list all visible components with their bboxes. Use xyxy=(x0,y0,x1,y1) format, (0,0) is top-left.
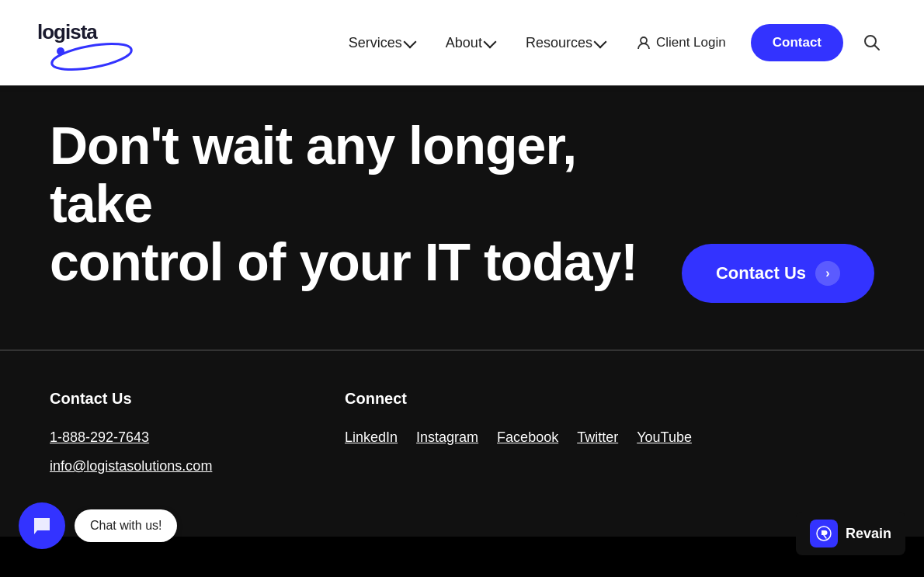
footer-connect-title: Connect xyxy=(345,390,692,408)
nav-resources[interactable]: Resources xyxy=(513,29,617,57)
social-link-youtube[interactable]: YouTube xyxy=(637,429,692,446)
footer-contact-title: Contact Us xyxy=(50,390,283,408)
nav-client-login[interactable]: Client Login xyxy=(624,29,738,57)
main-nav: Services About Resources Client Login Co… xyxy=(336,24,887,61)
svg-point-1 xyxy=(50,39,133,72)
search-button[interactable] xyxy=(856,26,887,60)
social-link-facebook[interactable]: Facebook xyxy=(497,429,558,446)
svg-line-5 xyxy=(875,45,880,50)
contact-us-container: Contact Us › xyxy=(682,213,874,303)
revain-icon xyxy=(810,520,838,547)
nav-services[interactable]: Services xyxy=(336,29,427,57)
revain-logo-icon xyxy=(815,525,832,542)
arrow-circle-icon: › xyxy=(815,261,840,286)
svg-line-7 xyxy=(824,535,826,538)
footer-email[interactable]: info@logistasolutions.com xyxy=(50,458,283,474)
revain-label: Revain xyxy=(846,526,891,542)
chat-label[interactable]: Chat with us! xyxy=(75,509,177,542)
social-link-instagram[interactable]: Instagram xyxy=(416,429,478,446)
svg-point-2 xyxy=(57,47,64,55)
social-link-linkedin[interactable]: LinkedIn xyxy=(345,429,398,446)
services-chevron-icon xyxy=(403,35,416,48)
social-link-twitter[interactable]: Twitter xyxy=(577,429,618,446)
user-icon xyxy=(636,35,651,50)
hero-headline: Don't wait any longer, take control of y… xyxy=(50,116,640,290)
chat-icon xyxy=(31,515,53,537)
logo[interactable]: logista xyxy=(37,14,146,72)
site-header: logista Services About Resources Client … xyxy=(0,0,924,85)
footer-connect-section: Connect LinkedInInstagramFacebookTwitter… xyxy=(345,390,692,474)
search-icon xyxy=(862,33,881,51)
revain-badge[interactable]: Revain xyxy=(796,512,905,555)
about-chevron-icon xyxy=(483,35,496,48)
nav-about[interactable]: About xyxy=(433,29,507,57)
contact-button[interactable]: Contact xyxy=(751,24,843,61)
footer-phone[interactable]: 1-888-292-7643 xyxy=(50,429,283,446)
social-links: LinkedInInstagramFacebookTwitterYouTube xyxy=(345,429,692,446)
contact-us-button[interactable]: Contact Us › xyxy=(682,244,874,303)
chat-container: Chat with us! xyxy=(19,502,177,549)
svg-point-3 xyxy=(641,37,647,43)
chat-bubble-button[interactable] xyxy=(19,502,65,549)
footer-contact-section: Contact Us 1-888-292-7643 info@logistaso… xyxy=(50,390,283,474)
resources-chevron-icon xyxy=(593,35,606,48)
svg-text:logista: logista xyxy=(37,20,98,43)
hero-text: Don't wait any longer, take control of y… xyxy=(50,85,640,290)
